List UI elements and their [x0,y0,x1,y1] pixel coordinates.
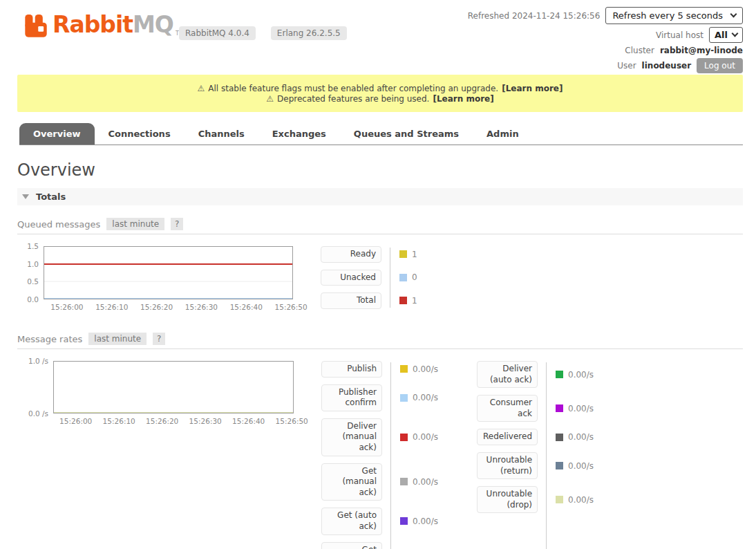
legend-swatch-icon [556,434,563,441]
refresh-interval-select[interactable]: Refresh every 5 seconds [605,7,743,24]
legend-value-text: 0.00/s [413,517,438,526]
x-axis-ticks: 15:26:0015:26:1015:26:2015:26:3015:26:40… [44,303,293,313]
x-tick-label: 15:26:40 [232,417,265,425]
legend-value-unacked: 0 [381,272,417,282]
legend-row-deliver-auto-ack: Deliver (auto ack)0.00/s [477,361,594,388]
feature-flags-warning: ⚠ All stable feature flags must be enabl… [198,84,563,93]
legend-value-redelivered: 0.00/s [538,432,594,442]
user-label: User [617,61,636,71]
legend-row-deliver-manual-ack: Deliver (manual ack)0.00/s [321,418,438,456]
y-tick-label: 1.0 [27,260,39,268]
x-tick-label: 15:26:50 [275,303,308,311]
learn-more-link[interactable]: [Learn more] [502,84,563,93]
rabbitmq-logo-icon [24,15,48,38]
y-tick-label: 1.5 [27,242,39,250]
legend-value-text: 1 [412,296,417,306]
legend-row-redelivered: Redelivered0.00/s [477,429,594,445]
legend-value-text: 0.00/s [568,495,594,505]
legend-row-ready: Ready1 [321,246,417,263]
legend-label-consumer-ack: Consumer ack [477,395,538,422]
legend-value-text: 0 [412,272,417,282]
tab-connections[interactable]: Connections [95,123,185,145]
tab-overview[interactable]: Overview [19,123,95,145]
version-badges: RabbitMQ 4.0.4 Erlang 26.2.5.5 [179,26,347,40]
legend-label-unacked: Unacked [321,270,381,286]
section-title-text: Message rates [17,334,82,344]
virtual-host-label: Virtual host [656,30,703,40]
legend-label-deliver-auto-ack: Deliver (auto ack) [477,361,538,388]
legend-swatch-icon [400,478,408,485]
legend-value-deliver-manual-ack: 0.00/s [382,432,438,442]
time-range-badge[interactable]: last minute [88,333,147,345]
brand-text-mq: MQ [133,12,173,37]
legend-value-text: 0.00/s [568,432,594,442]
totals-section-header[interactable]: Totals [17,188,743,205]
legend-row-consumer-ack: Consumer ack0.00/s [477,395,594,422]
legend-label-ready: Ready [321,246,381,263]
legend-label-unroutable-return: Unroutable (return) [477,452,538,479]
legend-row-publisher-confirm: Publisher confirm0.00/s [321,384,438,411]
legend-swatch-icon [400,517,408,525]
legend-value-total: 1 [381,296,417,306]
legend-value-get-auto-ack: 0.00/s [382,517,438,526]
legend-swatch-icon [400,394,408,402]
tab-exchanges[interactable]: Exchanges [258,123,340,145]
legend-swatch-icon [556,404,563,412]
legend-value-ready: 1 [381,250,417,259]
y-axis-ticks: 1.51.00.50.0 [17,246,44,299]
plot-area [44,246,293,299]
warning-icon: ⚠ [198,84,205,93]
time-range-badge[interactable]: last minute [106,218,164,230]
x-tick-label: 15:26:10 [103,417,135,425]
refreshed-timestamp: Refreshed 2024-11-24 15:26:56 [468,11,601,21]
legend-value-publish: 0.00/s [382,364,438,374]
rabbitmq-logo[interactable]: RabbitMQ TM [24,12,185,38]
legend-label-publish: Publish [321,361,382,378]
tab-channels[interactable]: Channels [185,123,258,145]
legend-label-get-auto-ack: Get (auto ack) [321,508,382,534]
legend-label-publisher-confirm: Publisher confirm [321,384,382,411]
totals-title: Totals [36,192,66,202]
help-icon[interactable]: ? [171,218,183,230]
erlang-version-badge: Erlang 26.2.5.5 [271,26,347,40]
message-rates-chart: 1.0 /s0.0 /s 15:26:0015:26:1015:26:2015:… [17,361,294,427]
legend-swatch-icon [556,462,563,469]
queued-messages-chart: 1.51.00.50.0 15:26:0015:26:1015:26:2015:… [17,246,293,313]
legend-swatch-icon [399,297,407,304]
legend-row-total: Total1 [321,292,417,309]
x-axis-ticks: 15:26:0015:26:1015:26:2015:26:3015:26:40… [53,417,294,427]
x-tick-label: 15:26:00 [50,303,83,311]
legend-row-publish: Publish0.00/s [321,361,438,378]
legend-value-text: 1 [412,250,417,259]
legend-value-unroutable-return: 0.00/s [538,461,594,471]
y-tick-label: 1.0 /s [28,357,48,365]
warning-text: All stable feature flags must be enabled… [208,84,498,93]
logout-button[interactable]: Log out [697,58,743,73]
x-tick-label: 15:26:10 [95,303,128,311]
y-tick-label: 0.0 [27,295,39,304]
tab-queues-and-streams[interactable]: Queues and Streams [340,123,473,145]
legend-column: Ready1Unacked0Total1 [321,246,417,309]
learn-more-link[interactable]: [Learn more] [433,94,493,104]
legend-value-text: 0.00/s [413,364,438,374]
collapse-arrow-icon [22,194,29,199]
virtual-host-select[interactable]: All [709,27,743,43]
chevron-down-icon [730,11,737,18]
cluster-label: Cluster [625,46,654,55]
legend-value-text: 0.00/s [568,461,594,471]
cluster-name: rabbit@my-linode [660,46,743,55]
legend-label-total: Total [321,292,381,309]
legend-swatch-icon [399,250,407,258]
warning-text: Deprecated features are being used. [277,94,429,104]
tab-admin[interactable]: Admin [473,123,533,145]
legend-row-get-auto-ack: Get (auto ack)0.00/s [321,508,438,534]
page-title: Overview [17,160,743,180]
brand-text-rabbit: Rabbit [53,12,133,37]
x-tick-label: 15:26:50 [276,417,308,425]
queued-messages-header: Queued messages last minute ? [17,218,743,234]
legend-column: Deliver (auto ack)0.00/sConsumer ack0.00… [477,361,594,549]
queued-messages-section: Queued messages last minute ? 1.51.00.50… [17,218,743,313]
help-icon[interactable]: ? [153,333,165,345]
x-tick-label: 15:26:30 [189,417,222,425]
legend-value-text: 0.00/s [413,393,438,402]
